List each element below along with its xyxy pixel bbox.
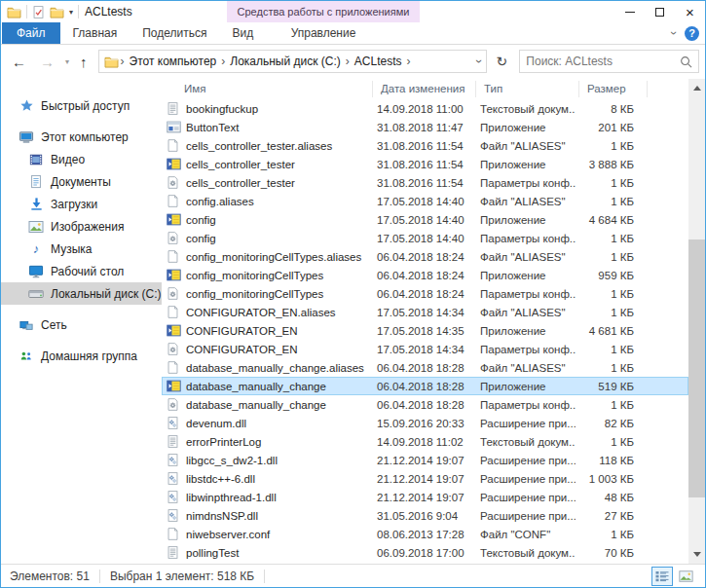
search-icon[interactable] [680,55,692,68]
file-name: pollingTest [182,547,369,559]
vertical-scrollbar[interactable] [688,79,705,564]
tab-manage[interactable]: Управление [227,22,420,44]
maximize-button[interactable] [645,1,675,22]
file-row[interactable]: cells_controller_tester.aliases31.08.201… [162,136,688,155]
back-button[interactable]: ← [7,54,31,70]
file-size: 48 КБ [576,492,640,503]
file-date: 17.05.2018 14:34 [369,344,472,355]
refresh-icon[interactable]: ↻ [491,54,514,69]
sidebar-item-music[interactable]: ♪Музыка [1,238,162,260]
file-type: Расширение при... [472,510,576,522]
properties-check-icon[interactable] [32,5,45,19]
minimize-button[interactable] [614,1,645,22]
file-name: CONFIGURATOR_EN [182,325,369,337]
new-folder-icon[interactable] [50,6,64,18]
file-type: Файл "ALIASES" [472,362,576,374]
file-row[interactable]: config17.05.2018 14:40Приложение4 684 КБ [162,210,688,229]
sidebar-item-document[interactable]: Документы [1,170,162,193]
scroll-up-icon[interactable] [688,81,705,95]
file-name: libwinpthread-1.dll [182,492,369,503]
file-row[interactable]: errorPrinterLog14.09.2018 11:02Текстовый… [162,432,688,451]
file-row[interactable]: libstdc++-6.dll21.12.2014 19:07Расширени… [162,469,688,488]
qat-dropdown-icon[interactable]: ▾ [69,8,73,17]
sidebar-item-pictures[interactable]: Изображения [1,215,162,238]
file-type: Параметры конф... [472,288,576,300]
sidebar-item-computer[interactable]: Этот компьютер [1,126,162,148]
close-button[interactable]: × [675,1,705,22]
file-row[interactable]: config_monitoringCellTypes06.04.2018 18:… [162,266,688,284]
thumbnails-view-button[interactable] [675,567,696,586]
file-name: config [182,233,369,244]
file-row[interactable]: cells_controller_tester31.08.2016 11:54П… [162,173,688,192]
file-row[interactable]: CONFIGURATOR_EN17.05.2018 14:34Параметры… [162,340,688,358]
labview-file-icon [167,158,182,170]
file-size: 1 КБ [576,140,640,152]
breadcrumb-segment[interactable]: ACLtests [350,55,407,68]
tab-file[interactable]: Файл [2,22,60,44]
breadcrumb-segments: ›Этот компьютер›Локальный диск (C:)›ACLt… [121,55,411,68]
file-row[interactable]: bookingfuckup14.09.2018 11:00Текстовый д… [162,99,688,118]
explorer-folder-icon[interactable] [7,6,21,18]
column-header-date[interactable]: Дата изменения [373,81,476,97]
file-type: Расширение при... [472,492,576,503]
tab-поделиться[interactable]: Поделиться [130,22,219,44]
up-button[interactable]: ↑ [75,54,93,70]
file-name: libstdc++-6.dll [182,473,369,485]
file-row[interactable]: libgcc_s_dw2-1.dll21.12.2014 19:07Расшир… [162,451,688,469]
scrollbar-thumb[interactable] [688,239,705,497]
file-row[interactable]: config17.05.2018 14:40Параметры конф...1… [162,229,688,247]
file-row[interactable]: niwebserver.conf08.06.2013 17:28Файл "CO… [162,525,688,543]
file-size: 1 КБ [576,196,640,207]
address-dropdown-icon[interactable]: › [472,59,486,63]
breadcrumb-segment[interactable]: Локальный диск (C:) [225,55,346,68]
column-headers: Имя Дата изменения Тип Размер [162,79,705,99]
file-row[interactable]: devenum.dll15.09.2016 20:33Расширение пр… [162,414,688,432]
sidebar-item-desktop[interactable]: Рабочий стол [1,260,162,282]
search-box [519,50,699,73]
file-row[interactable]: config_monitoringCellTypes.aliases06.04.… [162,247,688,266]
file-size: 70 КБ [576,547,640,559]
file-row[interactable]: database_manually_change06.04.2018 18:28… [162,377,688,395]
file-row[interactable]: nimdnsNSP.dll31.05.2016 9:04Расширение п… [162,506,688,525]
file-row[interactable]: config_monitoringCellTypes06.04.2018 18:… [162,284,688,303]
file-list: Имя Дата изменения Тип Размер bookingfuc… [162,79,705,564]
column-header-name[interactable]: Имя [162,81,373,97]
file-row[interactable]: ButtonText31.08.2018 11:47Приложение201 … [162,118,688,136]
breadcrumb-segment[interactable]: Этот компьютер [125,55,222,68]
help-button[interactable]: ? [685,26,699,41]
sidebar-item-homegroup[interactable]: Домашняя группа [1,345,162,367]
file-row[interactable]: database_manually_change.aliases06.04.20… [162,358,688,377]
sidebar-item-disk[interactable]: Локальный диск (C:) [1,282,162,305]
forward-button[interactable]: → [35,54,59,70]
file-date: 06.09.2018 17:00 [369,547,472,559]
file-row[interactable]: cells_controller_tester31.08.2016 11:54П… [162,155,688,173]
ribbon-collapse-icon[interactable]: › [667,31,681,35]
video-icon [28,153,44,166]
scroll-down-icon[interactable] [688,547,705,562]
file-type: Текстовый докум... [472,103,576,115]
music-icon: ♪ [28,242,44,255]
file-row[interactable]: database_manually_change06.04.2018 18:28… [162,395,688,414]
file-row[interactable]: CONFIGURATOR_EN17.05.2018 14:35Приложени… [162,321,688,340]
tab-главная[interactable]: Главная [60,22,130,44]
file-row[interactable]: config.aliases17.05.2018 14:40Файл "ALIA… [162,192,688,210]
details-view-button[interactable] [651,567,673,586]
file-type: Приложение [472,159,576,170]
file-row[interactable]: libwinpthread-1.dll21.12.2014 19:07Расши… [162,488,688,506]
column-header-size[interactable]: Размер [579,81,648,97]
sidebar-item-downloads[interactable]: Загрузки [1,193,162,215]
file-row[interactable]: pollingTest06.09.2018 17:00Текстовый док… [162,543,688,562]
column-header-type[interactable]: Тип [476,81,579,97]
file-size: 1 КБ [576,362,640,374]
maximize-icon [655,8,664,17]
sidebar-item-network[interactable]: Сеть [1,313,162,336]
sidebar-item-star[interactable]: Быстрый доступ [1,94,162,117]
search-input[interactable] [526,55,680,68]
divider [26,5,27,18]
file-name: cells_controller_tester [182,159,369,170]
file-row[interactable]: CONFIGURATOR_EN.aliases17.05.2018 14:34Ф… [162,303,688,321]
file-size: 519 КБ [576,381,640,392]
sidebar-item-video[interactable]: Видео [1,148,162,170]
document-icon [28,174,44,189]
history-dropdown-icon[interactable]: ▾ [63,57,71,66]
